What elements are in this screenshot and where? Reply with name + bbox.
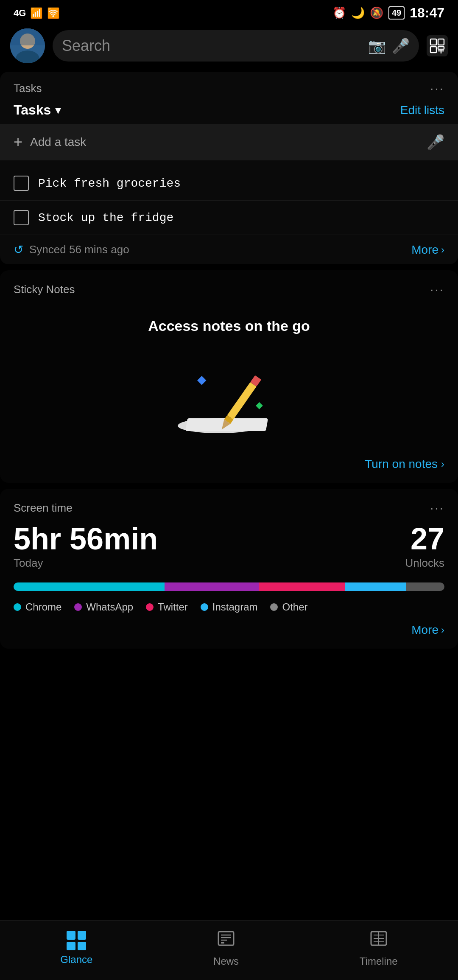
instagram-dot <box>201 603 208 611</box>
nav-news[interactable]: News <box>213 929 239 967</box>
unlocks-block: 27 Unlocks <box>405 524 444 570</box>
wifi-icon: 🛜 <box>47 7 60 19</box>
time-block: 5hr 56min Today <box>14 524 158 570</box>
sync-row: ↺ Synced 56 mins ago <box>14 243 129 257</box>
avatar[interactable] <box>10 28 45 63</box>
sparkle-icon-1: ◆ <box>197 372 207 386</box>
add-task-left: + Add a task <box>14 133 86 151</box>
header: Search 📷 🎤 <box>0 24 458 72</box>
nav-timeline[interactable]: Timeline <box>360 929 398 967</box>
other-segment <box>406 582 444 591</box>
task-checkbox-1[interactable] <box>14 176 29 191</box>
time-display: 18:47 <box>410 5 444 21</box>
add-task-row[interactable]: + Add a task 🎤 <box>0 124 458 160</box>
sync-text: Synced 56 mins ago <box>29 243 129 256</box>
svg-rect-6 <box>430 47 436 53</box>
tasks-header-row: Tasks ▾ Edit lists <box>0 102 458 118</box>
bottom-nav: Glance News Timeline <box>0 920 458 980</box>
main-content: Tasks ··· Tasks ▾ Edit lists + Add a tas… <box>0 72 458 748</box>
sticky-notes-header: Sticky Notes ··· <box>14 282 444 297</box>
tasks-dropdown-arrow[interactable]: ▾ <box>55 103 61 117</box>
battery-indicator: 49 <box>388 6 405 20</box>
turn-on-row: Turn on notes › <box>14 449 444 471</box>
network-indicator: 4G <box>14 8 26 19</box>
news-icon <box>217 929 235 952</box>
settings-icon[interactable] <box>427 35 448 56</box>
chrome-segment <box>14 582 165 591</box>
status-bar: 4G 📶 🛜 ⏰ 🌙 🔕 49 18:47 <box>0 0 458 24</box>
tasks-card: Tasks ··· Tasks ▾ Edit lists + Add a tas… <box>0 72 458 264</box>
screen-time-title: Screen time <box>14 501 73 515</box>
duration-display: 5hr 56min <box>14 524 158 554</box>
sticky-notes-title: Sticky Notes <box>14 283 75 296</box>
chrome-dot <box>14 603 21 611</box>
pencil-illustration: ◆ ◆ <box>174 351 284 436</box>
timeline-icon <box>369 929 388 952</box>
task-mic-icon[interactable]: 🎤 <box>427 134 444 151</box>
svg-rect-13 <box>227 382 256 420</box>
legend-instagram: Instagram <box>201 601 258 613</box>
bell-off-icon: 🔕 <box>370 6 383 20</box>
tasks-card-title: Tasks <box>14 82 42 95</box>
task-checkbox-2[interactable] <box>14 210 29 225</box>
task-item-2[interactable]: Stock up the fridge <box>0 201 458 235</box>
timeline-label: Timeline <box>360 955 398 967</box>
task-text-2: Stock up the fridge <box>38 211 173 224</box>
screen-time-legend: Chrome WhatsApp Twitter Instagram Other <box>14 601 444 613</box>
sticky-notes-content: Access notes on the go ◆ ◆ <box>14 305 444 449</box>
whatsapp-segment <box>165 582 260 591</box>
unlocks-count: 27 <box>405 524 444 554</box>
status-left: 4G 📶 🛜 <box>14 7 60 19</box>
tasks-more-button[interactable]: More › <box>411 243 444 257</box>
camera-icon[interactable]: 📷 <box>368 37 386 54</box>
task-item-1[interactable]: Pick fresh groceries <box>0 166 458 201</box>
tasks-more-menu[interactable]: ··· <box>430 81 444 95</box>
legend-whatsapp: WhatsApp <box>74 601 133 613</box>
search-placeholder: Search <box>62 37 361 55</box>
tasks-label-row: Tasks ▾ <box>14 102 61 118</box>
legend-chrome: Chrome <box>14 601 61 613</box>
tasks-card-header: Tasks ··· <box>0 72 458 102</box>
glance-label: Glance <box>60 954 92 966</box>
alarm-icon: ⏰ <box>332 6 346 20</box>
task-text-1: Pick fresh groceries <box>38 177 181 190</box>
twitter-dot <box>146 603 154 611</box>
pencil-svg <box>174 351 284 436</box>
search-bar[interactable]: Search 📷 🎤 <box>53 30 419 62</box>
glance-icon <box>67 931 86 950</box>
screen-time-progress-bar <box>14 582 444 591</box>
nav-glance[interactable]: Glance <box>60 931 92 966</box>
signal-icon: 📶 <box>30 7 43 19</box>
svg-rect-16 <box>218 932 234 945</box>
chevron-right-icon: › <box>441 244 444 256</box>
status-right: ⏰ 🌙 🔕 49 18:47 <box>332 5 444 21</box>
whatsapp-dot <box>74 603 82 611</box>
screen-time-more-menu[interactable]: ··· <box>430 501 444 515</box>
other-dot <box>270 603 278 611</box>
screen-time-header: Screen time ··· <box>14 501 444 515</box>
duration-label: Today <box>14 557 158 570</box>
tasks-dropdown-label: Tasks <box>14 102 51 118</box>
svg-rect-3 <box>10 28 45 45</box>
legend-other: Other <box>270 601 307 613</box>
screen-time-footer: More › <box>14 623 444 637</box>
svg-rect-4 <box>430 39 436 45</box>
other-label: Other <box>282 601 307 613</box>
screen-time-more-button[interactable]: More › <box>411 623 444 637</box>
moon-icon: 🌙 <box>351 6 365 20</box>
turn-on-notes-button[interactable]: Turn on notes › <box>365 457 444 471</box>
sparkle-icon-2: ◆ <box>256 400 263 411</box>
sticky-notes-heading: Access notes on the go <box>148 318 310 334</box>
edit-lists-button[interactable]: Edit lists <box>400 104 444 117</box>
svg-rect-20 <box>221 942 224 944</box>
chevron-right-icon-2: › <box>441 458 444 470</box>
svg-rect-5 <box>438 39 444 45</box>
mic-icon[interactable]: 🎤 <box>392 37 410 54</box>
legend-twitter: Twitter <box>146 601 188 613</box>
chrome-label: Chrome <box>25 601 61 613</box>
sticky-notes-more-menu[interactable]: ··· <box>430 282 444 297</box>
chevron-right-icon-3: › <box>441 624 444 636</box>
plus-icon: + <box>14 133 22 151</box>
unlocks-label: Unlocks <box>405 557 444 570</box>
search-icons: 📷 🎤 <box>368 37 410 54</box>
